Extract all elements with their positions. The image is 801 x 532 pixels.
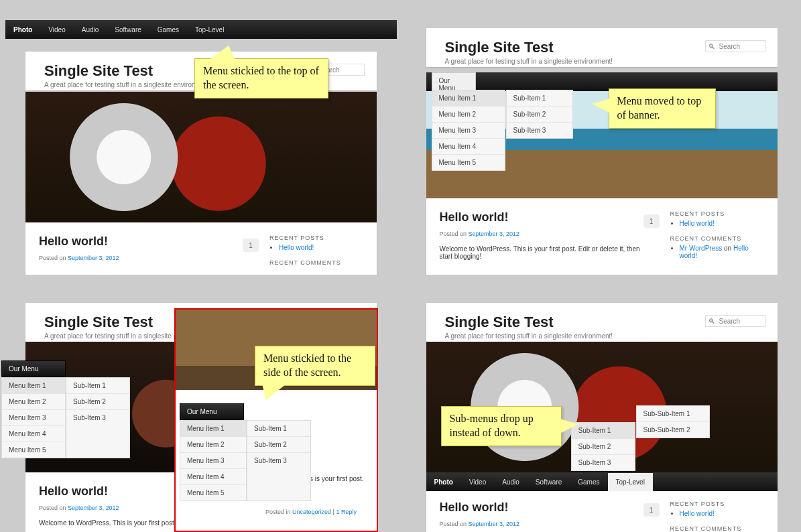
recent-post-link[interactable]: Hello world!	[680, 510, 715, 517]
search-input[interactable]: Search	[705, 315, 765, 327]
subsub-item[interactable]: Sub-Sub-Item 2	[637, 422, 709, 438]
side-sticky-menu[interactable]: Our Menu Menu Item 1 Menu Item 2 Menu It…	[1, 360, 130, 458]
post-meta: Posted on September 3, 2012	[440, 230, 643, 237]
menu-item[interactable]: Menu Item 4	[432, 139, 505, 155]
menu-item-games[interactable]: Games	[149, 21, 187, 39]
panel-top-left: Photo Video Audio Software Games Top-Lev…	[0, 0, 401, 275]
inset-post-footer: Posted in Uncategorized | 1 Reply	[251, 509, 371, 515]
submenu-item[interactable]: Sub-Item 1	[572, 423, 635, 439]
menu-item-audio[interactable]: Audio	[494, 473, 528, 491]
site-tagline: A great place for testing stuff in a sin…	[445, 58, 759, 65]
recent-post-link[interactable]: Hello world!	[680, 220, 715, 227]
menu-item[interactable]: Menu Item 2	[2, 394, 65, 410]
recent-comments-heading: Recent Comments	[670, 525, 764, 532]
menu-item-photo[interactable]: Photo	[426, 473, 461, 491]
panel-top-right: Single Site Test A great place for testi…	[401, 0, 802, 275]
subsub-item[interactable]: Sub-Sub-Item 1	[637, 406, 709, 422]
menu-item[interactable]: Menu Item 2	[180, 437, 246, 453]
site-header: Single Site Test A great place for testi…	[426, 28, 778, 67]
banner-image	[25, 92, 377, 222]
annotation-callout: Sub-menus drop up instead of down.	[441, 406, 562, 446]
submenu-item[interactable]: Sub-Item 3	[247, 453, 310, 468]
menu-item[interactable]: Menu Item 5	[180, 485, 246, 501]
comment-bubble[interactable]: 1	[243, 239, 259, 252]
menu-item[interactable]: Menu Item 5	[432, 155, 505, 170]
sticky-top-menu[interactable]: Photo Video Audio Software Games Top-Lev…	[5, 20, 397, 39]
annotation-callout: Menu stickied to the side of the screen.	[255, 346, 375, 386]
recent-posts-heading: Recent Posts	[670, 210, 764, 217]
recent-post-link[interactable]: Hello world!	[279, 244, 314, 251]
menu-item-toplevel[interactable]: Top-Level	[608, 473, 653, 491]
post-date-link[interactable]: September 3, 2012	[68, 505, 119, 511]
post-date-link[interactable]: September 3, 2012	[469, 521, 520, 527]
submenu-item[interactable]: Sub-Item 1	[66, 378, 129, 394]
menu-item-audio[interactable]: Audio	[74, 21, 107, 39]
menu-item[interactable]: Menu Item 4	[2, 426, 65, 442]
post-meta: Posted on September 3, 2012	[440, 521, 643, 527]
site-tagline: A great place for testing stuff in a sin…	[445, 332, 759, 340]
inset-card: Our Menu Menu Item 1 Menu Item 2 Menu It…	[176, 310, 377, 531]
menu-item-video[interactable]: Video	[461, 473, 494, 491]
recent-comments-heading: Recent Comments	[269, 259, 363, 266]
post-title: Hello world!	[39, 235, 243, 249]
content-area: Hello world! Posted on September 3, 2012…	[426, 198, 778, 275]
annotation-callout: Menu stickied to the top of the screen.	[194, 58, 328, 98]
menu-item[interactable]: Menu Item 3	[180, 453, 246, 469]
menu-item[interactable]: Menu Item 3	[432, 123, 505, 139]
dropup-submenu[interactable]: Sub-Item 1 Sub-Item 2 Sub-Item 3	[571, 422, 635, 471]
post-title: Hello world!	[440, 210, 643, 224]
menu-item[interactable]: Menu Item 4	[180, 469, 246, 485]
menu-item[interactable]: Menu Item 2	[432, 107, 505, 123]
comment-bubble[interactable]: 1	[643, 503, 660, 517]
menu-item[interactable]: Menu Item 1	[2, 378, 65, 394]
post-body: Welcome to WordPress. This is your first…	[440, 245, 643, 260]
menu-item-games[interactable]: Games	[570, 473, 607, 491]
submenu-item[interactable]: Sub-Item 2	[507, 107, 572, 123]
menu-item[interactable]: Menu Item 1	[180, 421, 246, 437]
menu-item-video[interactable]: Video	[40, 21, 73, 39]
inset-menu[interactable]: Our Menu Menu Item 1 Menu Item 2 Menu It…	[180, 403, 311, 501]
menu-dropdown[interactable]: Menu Item 1 Menu Item 2 Menu Item 3 Menu…	[432, 90, 505, 171]
site-header: Single Site Test A great place for testi…	[426, 303, 778, 342]
content-area: Hello world! Posted on September 3, 2012…	[25, 222, 377, 275]
dropup-subsubmenu[interactable]: Sub-Sub-Item 1 Sub-Sub-Item 2	[636, 405, 710, 438]
submenu-item[interactable]: Sub-Item 1	[247, 421, 310, 437]
content-area: Hello world! Posted on September 3, 2012…	[426, 491, 778, 532]
menu-item-toplevel[interactable]: Top-Level	[187, 21, 232, 39]
menu-item[interactable]: Menu Item 5	[2, 442, 65, 458]
recent-posts-heading: Recent Posts	[670, 501, 764, 507]
menu-item[interactable]: Menu Item 3	[2, 410, 65, 426]
comment-bubble[interactable]: 1	[643, 214, 660, 228]
menu-item-software[interactable]: Software	[107, 21, 149, 39]
post-title: Hello world!	[440, 501, 643, 515]
menu-item-photo[interactable]: Photo	[5, 21, 40, 39]
panel-bottom-right: Single Site Test A great place for testi…	[401, 275, 802, 532]
submenu-item[interactable]: Sub-Item 3	[507, 123, 572, 138]
panel-bottom-left: Single Site Test A great place for testi…	[0, 275, 401, 532]
post-date-link[interactable]: September 3, 2012	[68, 255, 119, 261]
post-meta: Posted on September 3, 2012	[39, 255, 243, 261]
annotation-callout: Menu moved to top of banner.	[609, 88, 716, 129]
submenu-item[interactable]: Sub-Item 2	[66, 394, 129, 410]
menu-bar	[426, 72, 778, 91]
submenu-item[interactable]: Sub-Item 3	[66, 410, 129, 425]
submenu-dropdown[interactable]: Sub-Item 1 Sub-Item 2 Sub-Item 3	[506, 90, 573, 139]
menu-item[interactable]: Menu Item 1	[432, 90, 505, 107]
recent-comments-heading: Recent Comments	[670, 235, 764, 242]
submenu-item[interactable]: Sub-Item 2	[247, 437, 310, 453]
submenu-item[interactable]: Sub-Item 2	[572, 439, 635, 455]
post-date-link[interactable]: September 3, 2012	[469, 230, 520, 237]
search-input[interactable]: Search	[705, 40, 765, 52]
recent-posts-heading: Recent Posts	[269, 235, 363, 241]
submenu-item[interactable]: Sub-Item 3	[572, 455, 635, 470]
submenu-item[interactable]: Sub-Item 1	[507, 90, 572, 107]
menu-item-software[interactable]: Software	[528, 473, 570, 491]
banner-bottom-menu[interactable]: Photo Video Audio Software Games Top-Lev…	[426, 472, 778, 491]
recent-comment-author-link[interactable]: Mr WordPress	[680, 245, 723, 252]
